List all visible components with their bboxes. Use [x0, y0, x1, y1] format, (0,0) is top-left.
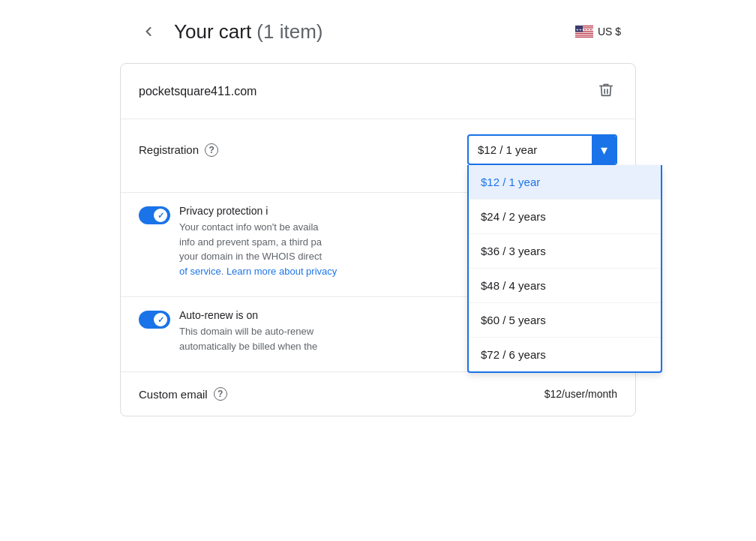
custom-email-label: Custom email ?: [139, 387, 227, 401]
dropdown-item[interactable]: $24 / 2 years: [469, 200, 661, 234]
svg-rect-5: [575, 34, 593, 35]
header: Your cart (1 item) ★★★★★★ US $: [0, 0, 756, 57]
dropdown-scroll[interactable]: $12 / 1 year$24 / 2 years$36 / 3 years$4…: [469, 165, 661, 371]
domain-row: pocketsquare411.com: [121, 64, 635, 119]
currency-label: US $: [598, 26, 621, 38]
dropdown-selected-value: $12 / 1 year: [478, 143, 537, 156]
dropdown-arrow: ▾: [592, 136, 616, 164]
toggle-track: ✓: [139, 206, 170, 224]
svg-rect-4: [575, 32, 593, 33]
registration-dropdown-wrapper: $12 / 1 year ▾ $12 / 1 year$24 / 2 years…: [467, 134, 617, 165]
currency-selector[interactable]: ★★★★★★ US $: [575, 26, 621, 38]
terms-link[interactable]: of service: [179, 266, 221, 277]
toggle-thumb: ✓: [154, 209, 167, 222]
back-button[interactable]: [135, 18, 162, 45]
learn-more-link[interactable]: Learn more about privacy: [226, 266, 337, 277]
custom-email-help-icon[interactable]: ?: [214, 387, 227, 401]
toggle-check-icon: ✓: [158, 211, 164, 221]
registration-header: Registration ? $12 / 1 year ▾: [139, 134, 617, 165]
registration-section: Registration ? $12 / 1 year ▾: [121, 119, 635, 193]
dropdown-item[interactable]: $48 / 4 years: [469, 269, 661, 303]
dropdown-item[interactable]: $36 / 3 years: [469, 234, 661, 269]
custom-email-price: $12/user/month: [544, 388, 617, 400]
dropdown-menu: $12 / 1 year$24 / 2 years$36 / 3 years$4…: [467, 165, 662, 373]
registration-dropdown[interactable]: $12 / 1 year ▾: [467, 134, 617, 165]
page-title: Your cart (1 item): [174, 20, 563, 44]
custom-email-row: Custom email ? $12/user/month: [121, 372, 635, 416]
domain-name: pocketsquare411.com: [139, 85, 256, 98]
cart-card: pocketsquare411.com Registration ?: [120, 63, 636, 416]
dropdown-item[interactable]: $60 / 5 years: [469, 303, 661, 338]
chevron-down-icon: ▾: [601, 142, 608, 158]
svg-text:★★★★★★: ★★★★★★: [576, 28, 593, 32]
svg-rect-6: [575, 36, 593, 37]
autorenew-toggle-thumb: ✓: [154, 313, 167, 326]
dropdown-item[interactable]: $12 / 1 year: [469, 165, 661, 200]
privacy-toggle[interactable]: ✓: [139, 206, 170, 224]
registration-help-icon[interactable]: ?: [205, 143, 218, 157]
autorenew-toggle-track: ✓: [139, 311, 170, 329]
dropdown-item[interactable]: $72 / 6 years: [469, 338, 661, 371]
registration-label: Registration ?: [139, 143, 218, 157]
us-flag-icon: ★★★★★★: [575, 26, 593, 38]
autorenew-toggle[interactable]: ✓: [139, 311, 170, 329]
autorenew-check-icon: ✓: [158, 315, 164, 325]
page: Your cart (1 item) ★★★★★★ US $ pocke: [0, 0, 756, 541]
delete-button[interactable]: [595, 79, 617, 104]
